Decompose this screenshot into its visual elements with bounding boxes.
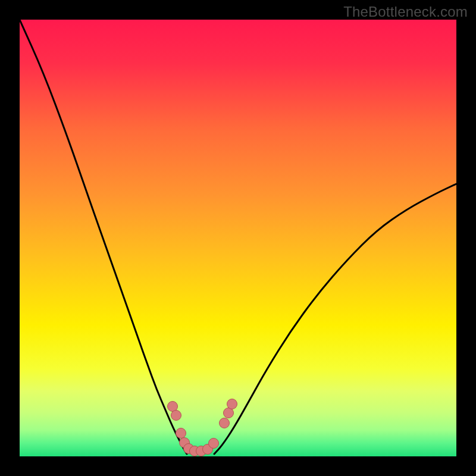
data-marker xyxy=(168,402,178,412)
data-marker xyxy=(176,428,186,439)
data-marker xyxy=(227,399,237,409)
curve-layer xyxy=(20,20,456,456)
data-marker xyxy=(171,411,181,421)
data-marker xyxy=(209,439,219,449)
curve-right xyxy=(214,184,456,454)
marker-group xyxy=(168,399,237,456)
plot-area xyxy=(20,20,456,456)
chart-frame: TheBottleneck.com xyxy=(0,0,476,476)
data-marker xyxy=(224,408,234,418)
curve-left xyxy=(20,20,187,454)
data-marker xyxy=(220,418,230,428)
watermark-text: TheBottleneck.com xyxy=(343,4,468,20)
